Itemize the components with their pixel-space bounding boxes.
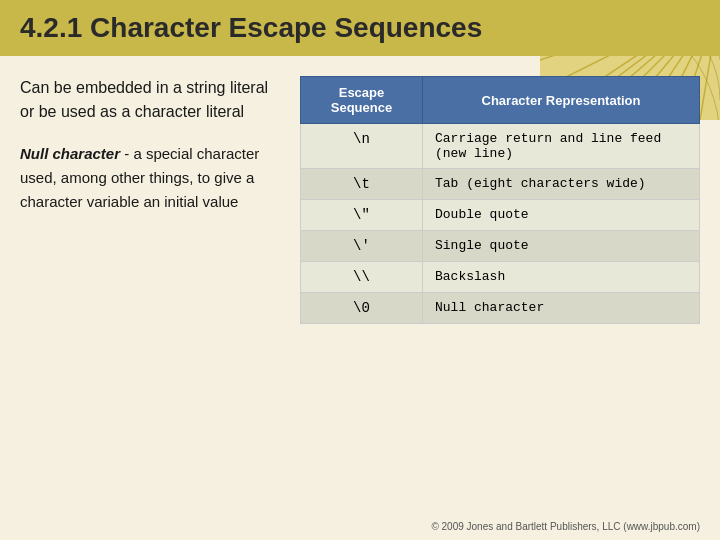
char-description-cell: Null character: [422, 293, 699, 324]
escape-sequence-cell: \0: [301, 293, 423, 324]
char-description-cell: Carriage return and line feed (new line): [422, 124, 699, 169]
table-row: \nCarriage return and line feed (new lin…: [301, 124, 700, 169]
table-row: \"Double quote: [301, 200, 700, 231]
null-char-description: Null character - a special character use…: [20, 142, 280, 214]
slide: 4.2.1 Character Escape Sequences Can be …: [0, 0, 720, 540]
table-row: \'Single quote: [301, 231, 700, 262]
col-char-header: Character Representation: [422, 77, 699, 124]
header-bar: 4.2.1 Character Escape Sequences: [0, 0, 720, 56]
escape-sequence-cell: \t: [301, 169, 423, 200]
footer-text: © 2009 Jones and Bartlett Publishers, LL…: [431, 521, 700, 532]
char-description-cell: Tab (eight characters wide): [422, 169, 699, 200]
char-description-cell: Single quote: [422, 231, 699, 262]
content-area: Can be embedded in a string literal or b…: [0, 56, 720, 334]
escape-sequence-cell: \\: [301, 262, 423, 293]
escape-sequence-cell: \n: [301, 124, 423, 169]
null-char-title: Null character: [20, 145, 120, 162]
table-row: \\Backslash: [301, 262, 700, 293]
escape-sequence-table: Escape Sequence Character Representation…: [300, 76, 700, 324]
escape-sequence-table-container: Escape Sequence Character Representation…: [300, 76, 700, 324]
char-description-cell: Backslash: [422, 262, 699, 293]
left-text-panel: Can be embedded in a string literal or b…: [20, 76, 280, 324]
table-header-row: Escape Sequence Character Representation: [301, 77, 700, 124]
footer: © 2009 Jones and Bartlett Publishers, LL…: [431, 521, 700, 532]
table-row: \tTab (eight characters wide): [301, 169, 700, 200]
col-escape-header: Escape Sequence: [301, 77, 423, 124]
char-description-cell: Double quote: [422, 200, 699, 231]
page-title: 4.2.1 Character Escape Sequences: [20, 12, 700, 44]
escape-sequence-cell: \': [301, 231, 423, 262]
table-row: \0Null character: [301, 293, 700, 324]
escape-sequence-cell: \": [301, 200, 423, 231]
intro-paragraph: Can be embedded in a string literal or b…: [20, 76, 280, 124]
